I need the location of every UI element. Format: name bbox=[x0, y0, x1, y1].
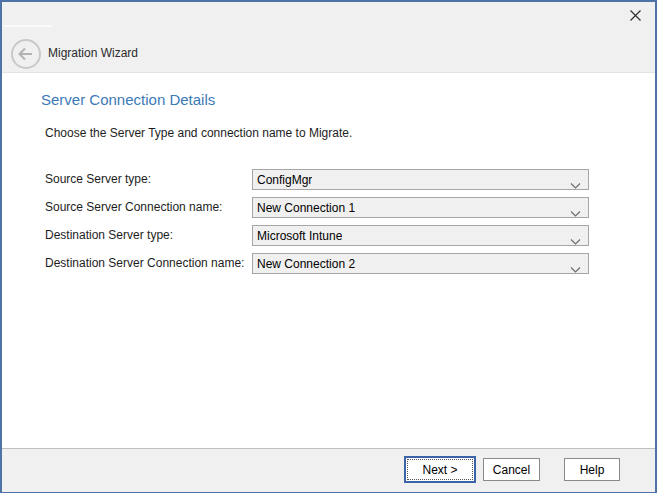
help-button[interactable]: Help bbox=[564, 458, 620, 481]
back-button[interactable] bbox=[10, 38, 42, 70]
destination-connection-name-label: Destination Server Connection name: bbox=[45, 253, 244, 274]
page-heading: Server Connection Details bbox=[41, 91, 215, 108]
chevron-down-icon bbox=[570, 176, 581, 184]
next-button[interactable]: Next > bbox=[404, 456, 476, 483]
chevron-down-icon bbox=[570, 232, 581, 240]
source-server-type-dropdown[interactable]: ConfigMgr bbox=[252, 169, 589, 190]
wizard-footer bbox=[2, 448, 655, 492]
chevron-down-icon bbox=[570, 260, 581, 268]
migration-wizard-window: Migration Wizard Server Connection Detai… bbox=[0, 0, 657, 493]
cancel-button[interactable]: Cancel bbox=[483, 458, 540, 481]
source-connection-name-dropdown[interactable]: New Connection 1 bbox=[252, 197, 589, 218]
source-server-type-label: Source Server type: bbox=[45, 169, 151, 190]
chevron-down-icon bbox=[570, 204, 581, 212]
titlebar-highlight bbox=[3, 25, 52, 27]
source-server-type-value: ConfigMgr bbox=[253, 173, 312, 187]
destination-server-type-dropdown[interactable]: Microsoft Intune bbox=[252, 225, 589, 246]
destination-server-type-value: Microsoft Intune bbox=[253, 229, 342, 243]
wizard-title: Migration Wizard bbox=[48, 46, 138, 60]
page-description: Choose the Server Type and connection na… bbox=[45, 126, 352, 140]
source-connection-name-label: Source Server Connection name: bbox=[45, 197, 222, 218]
destination-connection-name-dropdown[interactable]: New Connection 2 bbox=[252, 253, 589, 274]
close-button[interactable] bbox=[625, 7, 645, 27]
destination-connection-name-value: New Connection 2 bbox=[253, 257, 355, 271]
close-icon bbox=[629, 9, 642, 25]
back-arrow-icon bbox=[10, 58, 42, 73]
wizard-header: Migration Wizard bbox=[2, 2, 655, 73]
destination-server-type-label: Destination Server type: bbox=[45, 225, 173, 246]
source-connection-name-value: New Connection 1 bbox=[253, 201, 355, 215]
